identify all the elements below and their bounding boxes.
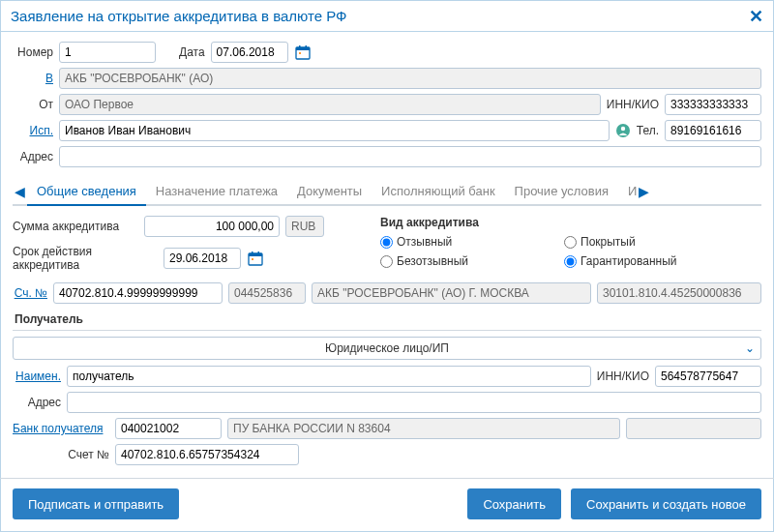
save-new-button[interactable]: Сохранить и создать новое	[571, 488, 761, 519]
bank-name-input	[312, 282, 591, 304]
radio-guaranteed[interactable]: Гарантированный	[564, 254, 729, 268]
tab-executing-bank[interactable]: Исполняющий банк	[372, 178, 504, 204]
recipient-name-input[interactable]	[67, 366, 591, 387]
bic-input	[228, 282, 306, 304]
in-label[interactable]: В	[13, 72, 53, 85]
separator	[13, 330, 761, 331]
radio-group: Отзывный Покрытый Безотзывный Гарантиров…	[380, 235, 761, 268]
tab-other[interactable]: Прочие условия	[505, 178, 618, 204]
svg-rect-4	[299, 52, 301, 54]
tab-overflow[interactable]: И	[618, 178, 637, 204]
radio-irrevocable[interactable]: Безотзывный	[380, 254, 545, 268]
tab-purpose[interactable]: Назначение платежа	[146, 178, 287, 204]
content: Номер Дата В От ИНН/КИО Исп. Тел.	[1, 32, 773, 478]
recipient-acct-label: Счет №	[13, 448, 109, 461]
currency-input	[285, 216, 324, 237]
term-label: Срок действия аккредитива	[13, 245, 158, 272]
svg-rect-9	[252, 251, 253, 254]
footer: Подписать и отправить Сохранить Сохранит…	[1, 479, 773, 531]
save-button[interactable]: Сохранить	[467, 488, 561, 519]
corr-input	[597, 282, 761, 304]
acct-input[interactable]	[53, 282, 223, 304]
amount-input[interactable]	[144, 216, 280, 237]
recipient-bank-bic-input[interactable]	[115, 418, 222, 439]
amount-label: Сумма аккредитива	[13, 220, 138, 233]
radio-revocable[interactable]: Отзывный	[380, 235, 545, 249]
recipient-bank-name-input	[227, 418, 620, 439]
sign-send-button[interactable]: Подписать и отправить	[13, 488, 179, 519]
addr-input[interactable]	[59, 146, 761, 167]
inn-label: ИНН/КИО	[607, 98, 659, 111]
number-input[interactable]	[59, 42, 156, 63]
close-icon[interactable]: ✕	[749, 6, 763, 27]
titlebar: Заявление на открытие аккредитива в валю…	[1, 1, 773, 32]
type-title: Вид аккредитива	[380, 216, 761, 229]
number-label: Номер	[13, 45, 53, 59]
in-bank-input[interactable]	[59, 68, 761, 89]
recipient-addr-label: Адрес	[13, 396, 61, 409]
date-label: Дата	[179, 45, 205, 59]
svg-point-6	[621, 127, 625, 131]
contact-icon[interactable]	[615, 123, 631, 138]
date-input[interactable]	[211, 42, 288, 63]
tel-input[interactable]	[665, 120, 761, 141]
tel-label: Тел.	[637, 124, 659, 137]
term-date-input[interactable]	[164, 248, 241, 269]
recipient-title: Получатель	[15, 312, 761, 326]
from-input[interactable]	[59, 94, 601, 115]
recipient-type-text: Юридическое лицо/ИП	[14, 341, 760, 355]
radio-covered[interactable]: Покрытый	[564, 235, 729, 249]
recipient-bank-label[interactable]: Банк получателя	[13, 422, 109, 435]
svg-rect-10	[258, 251, 260, 254]
isp-label[interactable]: Исп.	[13, 124, 53, 137]
chevron-down-icon: ⌄	[745, 341, 755, 355]
tabs: ◀ Общие сведения Назначение платежа Доку…	[13, 178, 761, 206]
inn-input[interactable]	[665, 94, 761, 115]
recipient-inn-label: ИНН/КИО	[597, 369, 649, 383]
svg-rect-11	[252, 258, 253, 260]
svg-rect-8	[249, 253, 262, 256]
recipient-addr-input[interactable]	[67, 392, 761, 413]
tab-documents[interactable]: Документы	[287, 178, 372, 204]
calendar-icon[interactable]	[247, 250, 264, 267]
window: Заявление на открытие аккредитива в валю…	[0, 0, 774, 532]
svg-rect-2	[299, 45, 301, 48]
window-title: Заявление на открытие аккредитива в валю…	[11, 8, 749, 24]
tab-scroll-left-icon[interactable]: ◀	[13, 184, 27, 199]
tab-scroll-right-icon[interactable]: ▶	[637, 184, 651, 199]
recipient-name-label[interactable]: Наимен.	[13, 369, 61, 383]
recipient-inn-input[interactable]	[655, 366, 761, 387]
isp-input[interactable]	[59, 120, 610, 141]
addr-label: Адрес	[13, 150, 53, 163]
calendar-icon[interactable]	[294, 44, 312, 61]
recipient-acct-input[interactable]	[115, 444, 299, 465]
acct-label[interactable]: Сч. №	[13, 286, 47, 300]
svg-rect-3	[305, 45, 307, 48]
from-label: От	[13, 98, 53, 111]
recipient-bank-extra-input	[626, 418, 761, 439]
tab-general[interactable]: Общие сведения	[27, 178, 146, 206]
recipient-type-select[interactable]: Юридическое лицо/ИП ⌄	[13, 337, 761, 360]
svg-rect-1	[296, 47, 310, 50]
